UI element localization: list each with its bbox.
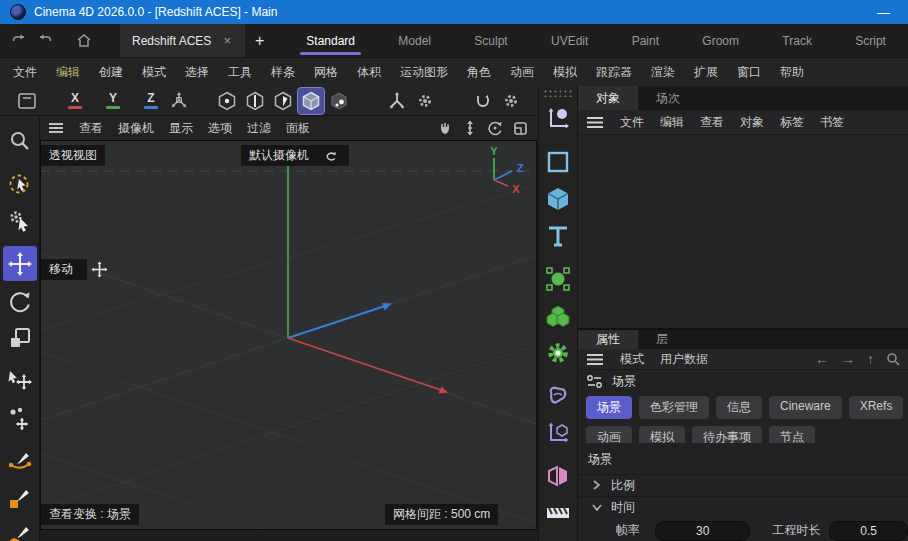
attribute-search-icon[interactable] (886, 352, 900, 366)
create-palette-drag-handle[interactable] (543, 89, 573, 97)
tweak-tool[interactable] (3, 203, 37, 238)
texture-mode-button[interactable] (326, 88, 352, 114)
attr-tab-scene[interactable]: 场景 (586, 396, 632, 419)
menu-tracker[interactable]: 跟踪器 (596, 64, 632, 81)
viewport-menu-options[interactable]: 选项 (208, 120, 232, 137)
layout-tab-script[interactable]: Script (841, 24, 900, 57)
menu-extensions[interactable]: 扩展 (694, 64, 718, 81)
rotation-settings-gear-icon[interactable] (498, 88, 524, 114)
axis-gizmo[interactable]: Y Z X (476, 147, 528, 197)
go-up-button[interactable]: ↑ (867, 351, 874, 367)
section-scale[interactable]: 比例 (578, 474, 908, 496)
deformer-button[interactable] (541, 378, 575, 413)
lock-z-axis-button[interactable]: Z (138, 88, 164, 114)
camera-switch-icon[interactable] (319, 149, 341, 163)
attr-tab-nodes[interactable]: 节点 (769, 426, 815, 443)
tab-attributes[interactable]: 属性 (578, 330, 638, 349)
attr-tab-animation[interactable]: 动画 (586, 426, 632, 443)
menu-mode[interactable]: 模式 (142, 64, 166, 81)
section-time[interactable]: 时间 (578, 496, 908, 518)
move-tool[interactable] (3, 246, 37, 281)
viewport-canvas[interactable]: 透视视图 默认摄像机 (40, 140, 537, 530)
polygon-pen-tool[interactable] (3, 517, 37, 541)
layout-tab-paint[interactable]: Paint (618, 24, 673, 57)
layout-tab-sculpt[interactable]: Sculpt (460, 24, 521, 57)
object-manager-menu-icon[interactable] (586, 116, 604, 129)
lock-y-axis-button[interactable]: Y (100, 88, 126, 114)
cloner-button[interactable] (541, 261, 575, 296)
rotate-tool[interactable] (3, 283, 37, 318)
attr-tab-info[interactable]: 信息 (716, 396, 762, 419)
menu-create[interactable]: 创建 (99, 64, 123, 81)
redo-button[interactable] (37, 33, 54, 48)
history-back-button[interactable]: ← (815, 351, 829, 367)
layout-tab-model[interactable]: Model (384, 24, 445, 57)
cube-primitive-button[interactable] (541, 181, 575, 216)
live-selection-tool[interactable] (3, 166, 37, 201)
sketch-pen-tool[interactable] (3, 480, 37, 515)
attr-tab-simulation[interactable]: 模拟 (639, 426, 685, 443)
viewport-menu-filter[interactable]: 过滤 (247, 120, 271, 137)
axis-settings-gear-icon[interactable] (412, 88, 438, 114)
motext-button[interactable] (541, 218, 575, 253)
spline-pen-group-button[interactable] (541, 101, 575, 136)
lock-x-axis-button[interactable]: X (62, 88, 88, 114)
layout-tab-track[interactable]: Track (768, 24, 826, 57)
scale-tool[interactable] (3, 320, 37, 355)
layout-tab-groom[interactable]: Groom (688, 24, 753, 57)
attr-tab-xrefs[interactable]: XRefs (849, 396, 904, 419)
om-menu-tags[interactable]: 标签 (780, 114, 804, 131)
menu-edit[interactable]: 编辑 (56, 64, 80, 81)
am-menu-mode[interactable]: 模式 (620, 351, 644, 368)
effector-gear-button[interactable] (541, 335, 575, 370)
menu-render[interactable]: 渲染 (651, 64, 675, 81)
menu-animate[interactable]: 动画 (510, 64, 534, 81)
commander-search-button[interactable] (3, 123, 37, 158)
fps-input[interactable]: 30 (655, 521, 750, 541)
om-menu-bookmarks[interactable]: 书签 (820, 114, 844, 131)
camera-stage-button[interactable] (541, 501, 575, 536)
menu-simulate[interactable]: 模拟 (553, 64, 577, 81)
pan-hand-icon[interactable] (437, 120, 453, 136)
model-mode-button[interactable] (298, 88, 324, 114)
symmetry-button[interactable] (541, 458, 575, 493)
attr-tab-todo[interactable]: 待办事项 (692, 426, 762, 443)
close-tab-icon[interactable]: × (221, 33, 233, 48)
menu-mesh[interactable]: 网格 (314, 64, 338, 81)
panel-toggle-button[interactable] (14, 88, 40, 114)
home-button[interactable] (76, 33, 92, 48)
view-name-label[interactable]: 透视视图 (41, 145, 105, 166)
menu-spline[interactable]: 样条 (271, 64, 295, 81)
viewport-menu-display[interactable]: 显示 (169, 120, 193, 137)
menu-character[interactable]: 角色 (467, 64, 491, 81)
om-menu-file[interactable]: 文件 (620, 114, 644, 131)
polygons-mode-button[interactable] (270, 88, 296, 114)
am-menu-userdata[interactable]: 用户数据 (660, 351, 708, 368)
add-tab-button[interactable]: + (245, 24, 274, 57)
menu-mograph[interactable]: 运动图形 (400, 64, 448, 81)
om-menu-edit[interactable]: 编辑 (660, 114, 684, 131)
orbit-rotate-icon[interactable] (487, 120, 503, 136)
spline-primitive-button[interactable] (541, 144, 575, 179)
layout-tab-standard[interactable]: Standard (292, 24, 369, 57)
spline-pen-tool[interactable] (3, 443, 37, 478)
multi-move-tool[interactable] (3, 400, 37, 435)
attr-tab-cineware[interactable]: Cineware (769, 396, 842, 419)
viewport-menu-icon[interactable] (48, 122, 64, 134)
tab-takes[interactable]: 场次 (638, 86, 698, 110)
om-menu-object[interactable]: 对象 (740, 114, 764, 131)
attribute-manager-menu-icon[interactable] (586, 353, 604, 366)
tab-layers[interactable]: 层 (638, 330, 686, 349)
menu-file[interactable]: 文件 (13, 64, 37, 81)
history-forward-button[interactable]: → (841, 351, 855, 367)
document-tab[interactable]: Redshift ACES × (120, 24, 245, 57)
menu-select[interactable]: 选择 (185, 64, 209, 81)
duration-input[interactable]: 0.5 (829, 521, 908, 541)
instance-axis-button[interactable] (541, 415, 575, 450)
coordinate-system-button[interactable] (166, 88, 192, 114)
attr-tab-color-management[interactable]: 色彩管理 (639, 396, 709, 419)
dolly-zoom-icon[interactable] (463, 120, 477, 136)
viewport-menu-camera[interactable]: 摄像机 (118, 120, 154, 137)
om-menu-view[interactable]: 查看 (700, 114, 724, 131)
edges-mode-button[interactable] (242, 88, 268, 114)
